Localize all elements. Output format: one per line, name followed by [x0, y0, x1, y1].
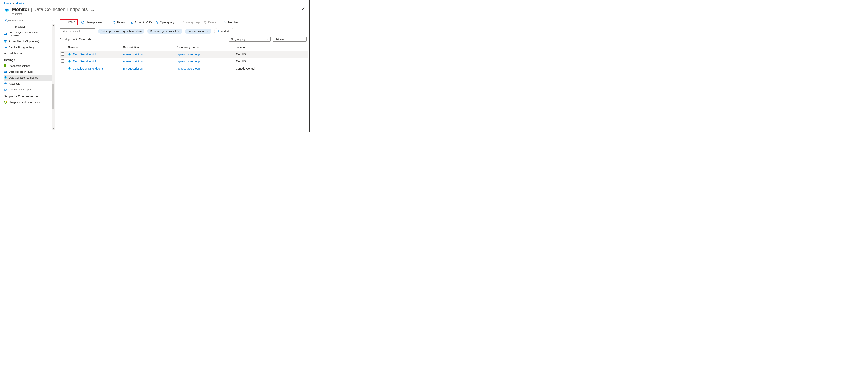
svg-rect-11 — [4, 72, 6, 72]
sidebar-search[interactable] — [4, 18, 50, 23]
button-label: Assign tags — [186, 21, 200, 24]
sidebar-item-label: Service Bus (preview) — [9, 46, 34, 49]
sidebar-item-usage[interactable]: Usage and estimated costs — [4, 99, 55, 105]
create-button[interactable]: Create — [62, 20, 75, 24]
button-label: Open query — [160, 21, 174, 24]
chevron-down-icon: ⌄ — [103, 21, 105, 24]
feedback-button[interactable]: Feedback — [223, 21, 240, 24]
sidebar-item-label: Data Collection Rules — [9, 70, 34, 73]
svg-point-14 — [82, 22, 83, 23]
filter-pill-subscription[interactable]: Subscription == my-subscription — [98, 29, 145, 34]
subscription-link[interactable]: my-subscription — [123, 67, 143, 70]
row-checkbox[interactable] — [61, 66, 64, 70]
scroll-up-icon[interactable]: ▲ — [52, 24, 54, 26]
breadcrumb-separator: › — [13, 2, 13, 5]
manage-view-button[interactable]: Manage view ⌄ — [81, 21, 105, 24]
table-row[interactable]: CanadaCentral-endpointmy-subscriptionmy-… — [60, 65, 308, 72]
table-row[interactable]: EastUS-endpoint-2my-subscriptionmy-resou… — [60, 58, 308, 65]
collapse-sidebar-button[interactable]: « — [52, 19, 53, 22]
sidebar-item-label: Private Link Scopes — [9, 88, 32, 91]
row-more-button[interactable]: ··· — [300, 51, 308, 58]
rg-link[interactable]: my-resource-group — [177, 60, 200, 63]
filter-pill-location[interactable]: Location == all ✕ — [185, 29, 212, 34]
scrollbar-thumb[interactable] — [52, 84, 55, 109]
privatelink-icon — [4, 88, 7, 91]
sidebar-scrollbar[interactable]: ▲ ▼ — [52, 24, 55, 131]
resource-link[interactable]: CanadaCentral-endpoint — [73, 67, 103, 70]
subscription-link[interactable]: my-subscription — [123, 53, 143, 56]
breadcrumb-monitor[interactable]: Monitor — [16, 2, 24, 5]
view-select[interactable]: List view ⌄ — [273, 37, 307, 42]
filter-input[interactable] — [60, 28, 95, 34]
table-row[interactable]: EastUS-endpoint-1my-subscriptionmy-resou… — [60, 51, 308, 58]
assign-tags-button: Assign tags — [182, 21, 200, 24]
sidebar-item-privatelink[interactable]: Private Link Scopes — [4, 87, 55, 92]
button-label: Delete — [208, 21, 216, 24]
gear-icon — [81, 21, 84, 24]
service-bus-icon — [4, 46, 7, 49]
download-icon — [130, 21, 133, 24]
sidebar-item-label: Azure Stack HCI (preview) — [9, 40, 39, 43]
sidebar-item-preview[interactable]: (preview) — [4, 24, 55, 30]
resource-link[interactable]: EastUS-endpoint-1 — [73, 53, 96, 56]
sidebar-item-label: Usage and estimated costs — [9, 101, 40, 104]
monitor-blade-icon — [4, 8, 10, 13]
resource-link[interactable]: EastUS-endpoint-2 — [73, 60, 96, 63]
breadcrumb-home[interactable]: Home — [4, 2, 11, 5]
command-bar: Create Manage view ⌄ Refresh Export to C… — [60, 18, 308, 27]
chevron-down-icon: ⌄ — [267, 38, 269, 41]
sidebar-item-label: Autoscale — [9, 82, 20, 85]
row-checkbox[interactable] — [61, 59, 64, 63]
sidebar-item-insights-hub[interactable]: ··· Insights Hub — [4, 50, 55, 56]
rg-link[interactable]: my-resource-group — [177, 53, 200, 56]
more-icon[interactable]: ··· — [97, 9, 100, 12]
tag-icon — [182, 21, 185, 24]
main-content: Create Manage view ⌄ Refresh Export to C… — [56, 18, 309, 131]
open-query-button[interactable]: Open query — [155, 21, 174, 24]
add-filter-button[interactable]: Add filter — [214, 28, 234, 34]
close-blade-button[interactable] — [302, 7, 305, 11]
sidebar-item-autoscale[interactable]: Autoscale — [4, 81, 55, 87]
ellipsis-icon: ··· — [4, 52, 7, 55]
row-more-button[interactable]: ··· — [300, 65, 308, 72]
svg-rect-10 — [4, 71, 6, 72]
sidebar-item-diagnostic[interactable]: Diagnostic settings — [4, 63, 55, 69]
select-all-checkbox[interactable] — [61, 45, 64, 48]
svg-rect-8 — [4, 65, 6, 65]
rg-link[interactable]: my-resource-group — [177, 67, 200, 70]
sidebar-item-dcr[interactable]: Data Collection Rules — [4, 69, 55, 75]
pin-icon[interactable] — [91, 9, 94, 12]
row-checkbox[interactable] — [61, 52, 64, 56]
sidebar-item-azure-stack[interactable]: Azure Stack HCI (preview) — [4, 38, 55, 44]
select-value: No grouping — [231, 38, 245, 41]
heart-icon — [223, 21, 226, 24]
row-more-button[interactable]: ··· — [300, 58, 308, 65]
select-value: List view — [275, 38, 285, 41]
subscription-link[interactable]: my-subscription — [123, 60, 143, 63]
col-subscription[interactable]: Subscription↑↓ — [122, 44, 175, 51]
log-analytics-icon — [4, 32, 7, 35]
close-icon[interactable]: ✕ — [206, 30, 209, 33]
col-name[interactable]: Name↑↓ — [67, 44, 122, 51]
sidebar-item-log-analytics[interactable]: Log Analytics workspaces (preview) — [4, 30, 55, 38]
export-csv-button[interactable]: Export to CSV — [130, 21, 152, 24]
scroll-down-icon[interactable]: ▼ — [52, 127, 54, 131]
grouping-select[interactable]: No grouping ⌄ — [229, 37, 271, 42]
close-icon[interactable]: ✕ — [177, 30, 180, 33]
refresh-button[interactable]: Refresh — [113, 21, 127, 24]
add-filter-icon — [217, 29, 220, 33]
sidebar-item-label: Log Analytics workspaces (preview) — [9, 31, 46, 37]
svg-point-6 — [5, 47, 6, 47]
sort-icon: ↑↓ — [76, 46, 78, 48]
sidebar-item-dce[interactable]: Data Collection Endpoints — [4, 75, 55, 81]
search-input[interactable] — [8, 19, 49, 22]
page-subtitle: Microsoft — [12, 12, 88, 16]
filter-pill-resource-group[interactable]: Resource group == all ✕ — [147, 29, 182, 34]
sort-icon: ↑↓ — [140, 46, 142, 48]
col-resource-group[interactable]: Resource group↑↓ — [175, 44, 235, 51]
col-location[interactable]: Location↑↓ — [235, 44, 300, 51]
button-label: Refresh — [117, 21, 127, 24]
sidebar-item-label: Insights Hub — [9, 52, 23, 55]
sidebar-item-service-bus[interactable]: Service Bus (preview) — [4, 44, 55, 50]
pill-value: all — [173, 30, 176, 33]
